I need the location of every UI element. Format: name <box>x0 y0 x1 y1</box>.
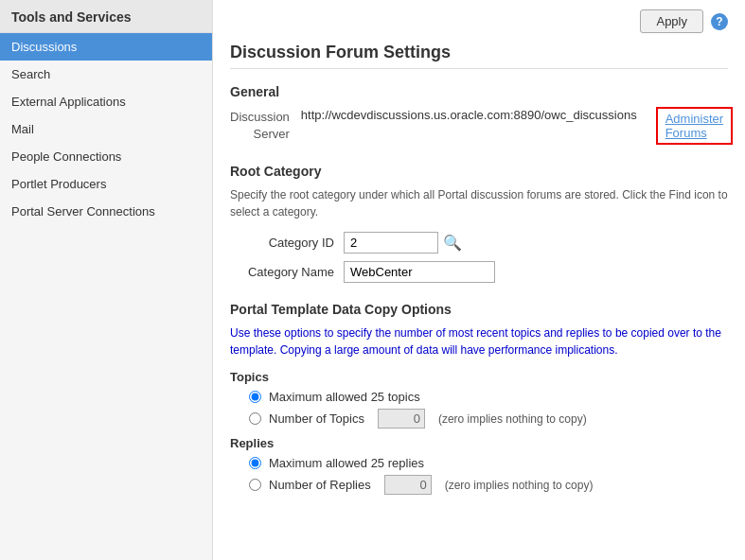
number-of-replies-row: Number of Replies (zero implies nothing … <box>249 475 728 495</box>
category-id-row: Category ID 🔍 <box>230 232 728 254</box>
general-section: General Discussion Server http://wcdevdi… <box>230 84 728 145</box>
number-topics-input[interactable] <box>378 409 425 429</box>
sidebar-item-search[interactable]: Search <box>0 61 212 88</box>
root-category-section: Root Category Specify the root category … <box>230 164 728 283</box>
general-header: General <box>230 84 728 99</box>
apply-button[interactable]: Apply <box>640 9 703 33</box>
category-id-input[interactable] <box>344 232 438 254</box>
category-name-input[interactable] <box>344 261 495 283</box>
root-category-header: Root Category <box>230 164 728 179</box>
sidebar-item-discussions[interactable]: Discussions <box>0 33 212 61</box>
replies-section: Replies Maximum allowed 25 replies Numbe… <box>230 436 728 495</box>
main-content: Apply ? Discussion Forum Settings Genera… <box>213 0 745 560</box>
replies-zero-note: (zero implies nothing to copy) <box>445 479 594 492</box>
sidebar: Tools and Services Discussions Search Ex… <box>0 0 213 560</box>
sidebar-title: Tools and Services <box>0 0 212 33</box>
number-topics-label: Number of Topics <box>269 411 364 426</box>
number-replies-radio[interactable] <box>249 479 261 491</box>
max-topics-row: Maximum allowed 25 topics <box>249 390 728 404</box>
discussion-server-value: http://wcdevdiscussions.us.oracle.com:88… <box>301 107 637 124</box>
category-name-label: Category Name <box>230 265 344 279</box>
number-topics-radio[interactable] <box>249 412 261 425</box>
max-replies-label: Maximum allowed 25 replies <box>269 456 424 470</box>
sidebar-item-people-connections[interactable]: People Connections <box>0 143 212 170</box>
top-bar: Apply ? <box>230 9 728 33</box>
category-search-icon[interactable]: 🔍 <box>443 234 462 252</box>
help-icon[interactable]: ? <box>711 13 728 30</box>
replies-label: Replies <box>230 436 728 450</box>
max-topics-radio[interactable] <box>249 391 261 403</box>
sidebar-item-external-applications[interactable]: External Applications <box>0 88 212 115</box>
max-topics-label: Maximum allowed 25 topics <box>269 390 420 404</box>
category-name-row: Category Name <box>230 261 728 283</box>
topics-zero-note: (zero implies nothing to copy) <box>438 412 587 426</box>
sidebar-item-portlet-producers[interactable]: Portlet Producers <box>0 170 212 198</box>
discussion-server-label: Discussion Server <box>230 107 301 143</box>
category-id-label: Category ID <box>230 236 344 250</box>
template-section: Portal Template Data Copy Options Use th… <box>230 302 728 495</box>
sidebar-item-mail[interactable]: Mail <box>0 115 212 143</box>
topics-label: Topics <box>230 370 728 384</box>
number-replies-input[interactable] <box>384 475 432 495</box>
template-description: Use these options to specify the number … <box>230 324 728 359</box>
max-replies-radio[interactable] <box>249 457 261 469</box>
template-header: Portal Template Data Copy Options <box>230 302 728 317</box>
root-category-description: Specify the root category under which al… <box>230 186 728 220</box>
number-of-topics-row: Number of Topics (zero implies nothing t… <box>249 409 728 429</box>
number-replies-label: Number of Replies <box>269 478 371 492</box>
sidebar-item-portal-server-connections[interactable]: Portal Server Connections <box>0 198 212 225</box>
discussion-server-row: Discussion Server http://wcdevdiscussion… <box>230 107 728 145</box>
page-title: Discussion Forum Settings <box>230 43 728 69</box>
administer-forums-link[interactable]: Administer Forums <box>656 107 733 145</box>
max-replies-row: Maximum allowed 25 replies <box>249 456 728 470</box>
